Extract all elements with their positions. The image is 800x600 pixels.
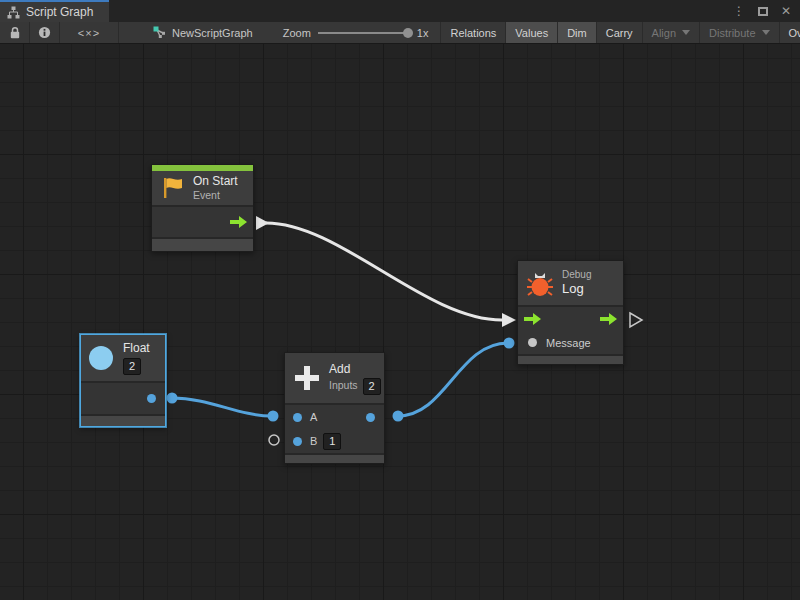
values-button[interactable]: Values bbox=[505, 22, 557, 43]
output-port-sum-dot[interactable] bbox=[366, 413, 375, 422]
port-a-label: A bbox=[310, 411, 317, 423]
distribute-button[interactable]: Distribute bbox=[699, 22, 778, 43]
port-row-a: A bbox=[285, 405, 384, 429]
value-output-dot[interactable] bbox=[147, 394, 156, 403]
node-float[interactable]: Float 2 bbox=[80, 334, 166, 427]
lock-icon bbox=[9, 26, 21, 39]
edit-source-button[interactable]: <×> bbox=[60, 22, 118, 43]
control-output-port-onstart[interactable] bbox=[256, 216, 269, 230]
input-port-b-dot[interactable] bbox=[293, 437, 302, 446]
value-input-port-add-b-unconnected[interactable] bbox=[269, 435, 279, 445]
node-debug-log[interactable]: Debug Log Message bbox=[517, 260, 624, 365]
zoom-slider-handle[interactable] bbox=[403, 28, 413, 38]
overview-button[interactable]: Overview bbox=[779, 22, 800, 43]
value-output-port-float[interactable] bbox=[167, 393, 178, 404]
toolbar-buttons: Relations Values Dim Carry Align Distrib… bbox=[440, 22, 800, 43]
tab-script-graph[interactable]: Script Graph bbox=[0, 0, 109, 22]
node-footer bbox=[285, 455, 384, 463]
control-input-port-log[interactable] bbox=[502, 313, 516, 327]
plus-icon bbox=[293, 364, 321, 392]
node-title: Add bbox=[329, 362, 381, 377]
graph-toolbar: <×> NewScriptGraph Zoom 1x Relations bbox=[0, 22, 800, 44]
hierarchy-icon bbox=[7, 6, 20, 19]
message-input-dot[interactable] bbox=[528, 338, 537, 347]
control-input-arrow-icon[interactable] bbox=[524, 313, 541, 325]
graph-reference[interactable]: NewScriptGraph bbox=[145, 22, 261, 43]
zoom-slider[interactable] bbox=[318, 32, 410, 34]
control-output-arrow-icon[interactable] bbox=[230, 216, 247, 228]
control-port-row bbox=[518, 307, 623, 331]
dim-button[interactable]: Dim bbox=[557, 22, 596, 43]
node-footer bbox=[518, 356, 623, 364]
control-output-arrow-icon[interactable] bbox=[600, 313, 617, 325]
close-icon[interactable]: ✕ bbox=[781, 5, 791, 17]
code-brackets-icon: <×> bbox=[78, 27, 100, 39]
wire-float-to-add-a[interactable] bbox=[172, 398, 272, 416]
node-category: Debug bbox=[562, 269, 591, 281]
zoom-value: 1x bbox=[417, 27, 429, 39]
graph-asset-icon bbox=[153, 26, 166, 39]
wire-onstart-to-log[interactable] bbox=[266, 223, 502, 320]
message-label: Message bbox=[546, 337, 591, 349]
dropdown-arrow-icon bbox=[682, 30, 690, 35]
toolbar-separator bbox=[118, 22, 119, 43]
flag-icon bbox=[161, 176, 185, 200]
wire-add-to-log-message[interactable] bbox=[398, 343, 508, 416]
relations-button[interactable]: Relations bbox=[440, 22, 505, 43]
node-footer bbox=[152, 239, 253, 251]
port-row-b: B 1 bbox=[285, 429, 384, 453]
tab-title: Script Graph bbox=[26, 5, 93, 19]
menu-icon[interactable]: ⋮ bbox=[733, 5, 745, 17]
maximize-icon[interactable] bbox=[758, 7, 768, 16]
node-subtitle: Event bbox=[193, 189, 238, 202]
script-graph-window: Script Graph ⋮ ✕ bbox=[0, 0, 800, 600]
node-footer bbox=[81, 416, 165, 426]
float-value-field[interactable]: 2 bbox=[123, 358, 141, 375]
value-output-port-add[interactable] bbox=[393, 411, 404, 422]
tab-bar: Script Graph ⋮ ✕ bbox=[0, 0, 800, 22]
node-subtitle: Inputs bbox=[329, 379, 358, 392]
window-controls: ⋮ ✕ bbox=[733, 0, 800, 22]
carry-button[interactable]: Carry bbox=[596, 22, 642, 43]
info-button[interactable] bbox=[30, 22, 59, 43]
control-output-port-log-unconnected[interactable] bbox=[630, 313, 642, 327]
graph-name-label: NewScriptGraph bbox=[172, 27, 253, 39]
dropdown-arrow-icon bbox=[762, 30, 770, 35]
node-title: Log bbox=[562, 281, 591, 297]
input-port-a-dot[interactable] bbox=[293, 413, 302, 422]
inputs-count-field[interactable]: 2 bbox=[363, 378, 381, 395]
node-add[interactable]: Add Inputs 2 A B 1 bbox=[284, 352, 385, 464]
align-button[interactable]: Align bbox=[642, 22, 699, 43]
graph-canvas[interactable]: On Start Event Float 2 bbox=[0, 44, 800, 600]
float-circle-icon bbox=[89, 346, 113, 370]
message-port-row: Message bbox=[518, 331, 623, 354]
port-b-label: B bbox=[310, 435, 317, 447]
port-b-value-field[interactable]: 1 bbox=[323, 433, 341, 450]
node-title: Float bbox=[123, 341, 150, 356]
zoom-label: Zoom bbox=[283, 27, 311, 39]
value-input-port-add-a[interactable] bbox=[268, 411, 279, 422]
wire-layer bbox=[0, 44, 800, 600]
bug-icon bbox=[527, 269, 553, 297]
lock-button[interactable] bbox=[0, 22, 29, 43]
value-input-port-message[interactable] bbox=[504, 338, 515, 349]
node-on-start[interactable]: On Start Event bbox=[151, 164, 254, 252]
node-title: On Start bbox=[193, 174, 238, 189]
info-icon bbox=[38, 26, 51, 39]
zoom-control: Zoom 1x bbox=[283, 22, 429, 43]
